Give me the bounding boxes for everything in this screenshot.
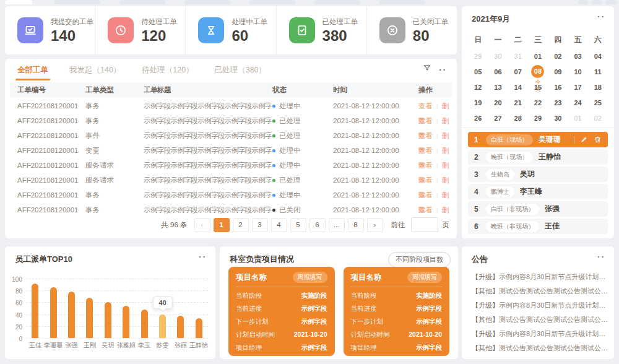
weekly-report-badge[interactable]: 周报填写 bbox=[407, 272, 442, 283]
announcement-item[interactable]: 【升级】示例内容8月30日新节点升级计划通知 bbox=[472, 270, 608, 284]
announcement-item[interactable]: 【升级】示例内容8月30日新节点升级计划通知 bbox=[472, 298, 608, 313]
worklist-tab[interactable]: 已处理（380） bbox=[215, 59, 266, 80]
chart-bar[interactable] bbox=[177, 316, 184, 338]
view-link[interactable]: 查看 bbox=[418, 147, 433, 154]
more-options-icon[interactable]: ·· bbox=[597, 12, 605, 20]
chart-bar[interactable] bbox=[50, 287, 57, 338]
calendar-day[interactable]: 19 bbox=[468, 99, 488, 106]
page-button[interactable]: 6 bbox=[310, 218, 326, 232]
calendar-day[interactable]: 22 bbox=[528, 99, 548, 106]
calendar-day[interactable]: 06 bbox=[488, 68, 508, 76]
view-link[interactable]: 查看 bbox=[418, 162, 433, 169]
calendar-day[interactable]: 26 bbox=[468, 115, 488, 122]
chart-bar[interactable] bbox=[159, 314, 166, 338]
view-link[interactable]: 查看 bbox=[418, 176, 433, 184]
top-tab-chip[interactable] bbox=[54, 0, 100, 4]
edit-icon[interactable] bbox=[580, 136, 588, 144]
project-card[interactable]: 项目名称周报填写当前阶段实施阶段当前进度示例字段下一步计划示例字段计划启动时间2… bbox=[344, 267, 450, 356]
calendar-day[interactable]: 09 bbox=[548, 68, 568, 76]
more-options-icon[interactable]: ·· bbox=[597, 253, 605, 261]
prev-page-button[interactable]: ‹ bbox=[194, 218, 210, 232]
more-options-icon[interactable]: ·· bbox=[439, 66, 447, 74]
filter-icon[interactable] bbox=[423, 64, 431, 75]
calendar-day[interactable]: 24 bbox=[568, 99, 587, 106]
calendar-day[interactable]: 12 bbox=[468, 84, 488, 91]
view-link[interactable]: 查看 bbox=[418, 102, 433, 110]
calendar-day[interactable]: 13 bbox=[488, 84, 508, 91]
worklist-tab[interactable]: 我发起（140） bbox=[69, 59, 121, 80]
calendar-day[interactable]: 29 bbox=[468, 53, 488, 60]
worklist-tab[interactable]: 全部工单 bbox=[17, 59, 48, 80]
top-tab-chip[interactable] bbox=[592, 0, 602, 4]
calendar-day[interactable]: 04 bbox=[588, 53, 608, 60]
top-tab-chip[interactable] bbox=[379, 0, 425, 4]
view-link[interactable]: 查看 bbox=[418, 191, 433, 199]
schedule-item[interactable]: 4鹏博士李王峰 bbox=[468, 184, 608, 199]
schedule-item[interactable]: 1白班（现场）吴珊珊 bbox=[468, 132, 608, 147]
calendar-day[interactable]: 20 bbox=[488, 99, 508, 106]
calendar-day[interactable]: 25 bbox=[588, 99, 608, 106]
announcement-item[interactable]: 【其他】测试公告测试公告测试公告测试公告测试公告 bbox=[472, 284, 608, 298]
calendar-day[interactable]: 30 bbox=[488, 53, 508, 60]
chart-bar[interactable] bbox=[105, 302, 111, 338]
calendar-day[interactable]: 28 bbox=[508, 115, 528, 122]
top-tab-chip[interactable] bbox=[184, 0, 230, 4]
calendar-day[interactable]: 14 bbox=[508, 84, 528, 91]
calendar-day[interactable]: 10 bbox=[568, 68, 587, 76]
trash-icon[interactable] bbox=[594, 136, 602, 144]
schedule-item[interactable]: 2晚班（现场）王静怡 bbox=[468, 149, 608, 165]
chart-bar[interactable] bbox=[141, 310, 148, 338]
calendar-day[interactable]: 21 bbox=[508, 99, 528, 106]
chart-bar[interactable] bbox=[123, 306, 129, 338]
calendar-day[interactable]: 15 bbox=[528, 84, 548, 91]
page-button[interactable]: 4 bbox=[271, 218, 287, 232]
calendar-day[interactable]: 02 bbox=[548, 53, 568, 60]
announcement-item[interactable]: 【升级】示例内容8月30日新节点升级计划通知 bbox=[472, 327, 608, 341]
calendar-day[interactable]: 31 bbox=[508, 53, 528, 60]
calendar-day[interactable]: 03 bbox=[568, 53, 587, 60]
calendar-day[interactable]: 27 bbox=[488, 115, 508, 122]
chart-bar[interactable] bbox=[196, 318, 202, 338]
chart-bar[interactable] bbox=[32, 284, 38, 338]
chart-bar[interactable] bbox=[68, 292, 75, 338]
calendar-day[interactable]: 07 bbox=[508, 68, 528, 76]
calendar-day[interactable]: 05 bbox=[468, 68, 488, 76]
top-tab-chip[interactable] bbox=[5, 0, 32, 4]
page-button[interactable]: 8 bbox=[348, 218, 364, 232]
page-button[interactable]: 1 bbox=[214, 218, 230, 232]
calendar-day[interactable]: 30 bbox=[548, 115, 568, 122]
view-link[interactable]: 查看 bbox=[418, 117, 433, 124]
schedule-item[interactable]: 6晚班（非现场）王佳 bbox=[468, 219, 608, 234]
calendar-day[interactable]: 11 bbox=[588, 68, 608, 76]
more-options-icon[interactable]: ·· bbox=[199, 253, 207, 261]
page-ellipsis[interactable]: ... bbox=[329, 218, 345, 232]
top-tab-chip[interactable] bbox=[578, 0, 588, 4]
announcement-item[interactable]: 【其他】测试公告测试公告测试公告测试公告测试公告 bbox=[472, 341, 608, 355]
stage-count-button[interactable]: 不同阶段项目数 bbox=[388, 252, 451, 267]
table-row[interactable]: AFF202108120001事件示例字段示例字段示例字段示例字段示例字段已处理… bbox=[10, 128, 452, 143]
schedule-item[interactable]: 5白班（非现场）张强 bbox=[468, 201, 608, 217]
table-row[interactable]: AFF202108120001事务示例字段示例字段示例字段示例字段示例字段已关闭… bbox=[10, 202, 452, 217]
chart-bar[interactable] bbox=[86, 298, 93, 338]
calendar-day[interactable]: 16 bbox=[548, 84, 568, 91]
calendar-day[interactable]: 29 bbox=[528, 115, 548, 122]
top-tab-chip[interactable] bbox=[314, 0, 360, 4]
goto-page-input[interactable] bbox=[411, 217, 438, 232]
calendar-day[interactable]: 18 bbox=[588, 84, 608, 91]
top-tab-chip[interactable] bbox=[119, 0, 165, 4]
schedule-item[interactable]: 3生物岛吴玥 bbox=[468, 167, 608, 182]
calendar-day[interactable]: 08今天 bbox=[528, 65, 548, 78]
page-button[interactable]: 5 bbox=[290, 218, 306, 232]
table-row[interactable]: AFF202108120001事务示例字段示例字段示例字段示例字段示例字段处理中… bbox=[10, 98, 452, 113]
page-button[interactable]: 3 bbox=[252, 218, 268, 232]
calendar-day[interactable]: 17 bbox=[568, 84, 587, 91]
view-link[interactable]: 查看 bbox=[418, 206, 433, 214]
today-circle[interactable]: 08 bbox=[531, 65, 544, 78]
weekly-report-badge[interactable]: 周报填写 bbox=[293, 272, 327, 283]
project-card[interactable]: 项目名称周报填写当前阶段实施阶段当前进度示例字段下一步计划示例字段计划启动时间2… bbox=[228, 267, 335, 356]
table-row[interactable]: AFF202108120001事务示例字段示例字段示例字段示例字段示例字段处理中… bbox=[10, 188, 452, 202]
view-link[interactable]: 查看 bbox=[418, 132, 433, 139]
table-row[interactable]: AFF202108120001变更示例字段示例字段示例字段示例字段示例字段处理中… bbox=[10, 143, 452, 158]
calendar-day[interactable]: 23 bbox=[548, 99, 568, 106]
page-button[interactable]: 2 bbox=[233, 218, 249, 232]
